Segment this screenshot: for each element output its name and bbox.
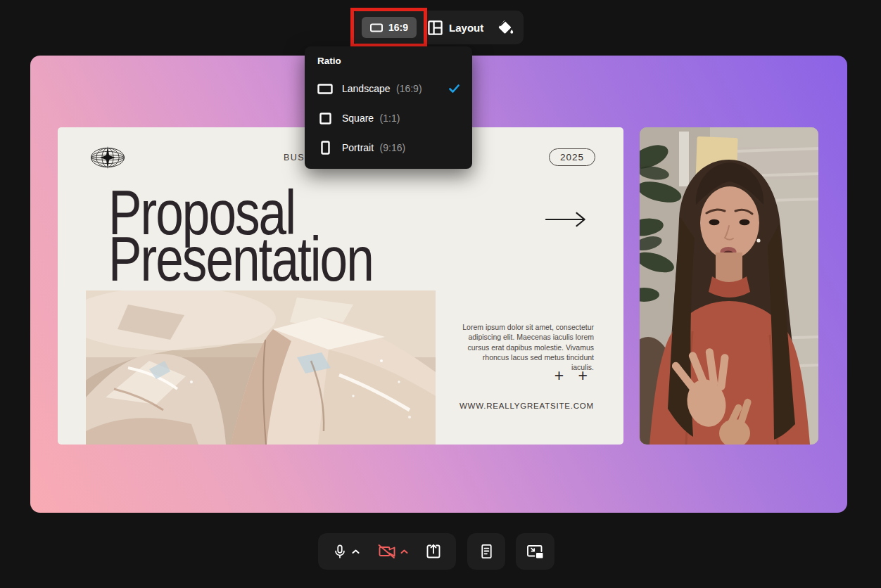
share-screen-icon xyxy=(425,543,442,560)
menu-item-square[interactable]: Square (1:1) xyxy=(305,105,472,132)
ratio-menu: Ratio Landscape (16:9) xyxy=(305,46,472,169)
app-window: BUS 2025 Proposal Presentation xyxy=(0,0,881,588)
share-screen-button[interactable] xyxy=(425,543,442,560)
notes-icon xyxy=(478,543,495,560)
chevron-up-icon[interactable] xyxy=(400,549,408,554)
slide-body-text: Lorem ipsum dolor sit amet, consectetur … xyxy=(459,322,594,372)
slide[interactable]: BUS 2025 Proposal Presentation xyxy=(58,127,623,445)
landscape-icon xyxy=(317,84,333,94)
picture-in-picture-icon xyxy=(526,544,545,560)
top-toolbar: 16:9 Layout xyxy=(352,11,524,44)
landscape-rect-icon xyxy=(370,23,383,32)
menu-item-label: Square xyxy=(342,113,374,124)
ratio-button[interactable]: 16:9 xyxy=(362,17,417,38)
fill-color-button[interactable] xyxy=(496,18,514,37)
right-arrow-icon xyxy=(545,210,588,231)
layout-button[interactable]: Layout xyxy=(428,20,483,35)
menu-item-label: Portrait xyxy=(342,142,374,153)
notes-button[interactable] xyxy=(467,533,505,570)
webcam-video-tile[interactable] xyxy=(640,127,818,445)
menu-item-portrait[interactable]: Portrait (9:16) xyxy=(305,134,472,161)
menu-item-ratio: (16:9) xyxy=(396,83,422,94)
menu-item-landscape[interactable]: Landscape (16:9) xyxy=(305,75,472,102)
chevron-up-icon[interactable] xyxy=(352,549,360,554)
check-icon xyxy=(449,84,459,93)
website-label: WWW.REALLYGREATSITE.COM xyxy=(459,402,594,410)
microphone-button[interactable] xyxy=(332,543,360,560)
ratio-button-label: 16:9 xyxy=(388,22,408,33)
year-badge: 2025 xyxy=(549,148,595,166)
media-controls-group xyxy=(318,533,456,570)
globe-wireframe-icon xyxy=(87,143,128,174)
microphone-icon xyxy=(332,543,348,560)
slide-title-line2: Presentation xyxy=(108,224,373,294)
layout-button-label: Layout xyxy=(449,22,483,34)
menu-item-ratio: (9:16) xyxy=(380,142,406,153)
ratio-menu-title: Ratio xyxy=(317,56,341,66)
menu-item-ratio: (1:1) xyxy=(380,113,400,124)
layout-grid-icon xyxy=(428,20,443,35)
ice-photo xyxy=(86,290,436,445)
slide-header-label: BUS xyxy=(284,153,305,162)
paint-bucket-icon xyxy=(496,18,514,37)
square-icon xyxy=(317,113,333,124)
menu-item-label: Landscape xyxy=(342,83,391,94)
camera-button[interactable] xyxy=(377,544,408,559)
picture-in-picture-button[interactable] xyxy=(516,533,554,570)
portrait-icon xyxy=(317,141,333,155)
camera-off-icon xyxy=(377,544,396,559)
plus-marks: + + xyxy=(554,366,592,385)
slide-title: Proposal Presentation xyxy=(108,189,373,282)
